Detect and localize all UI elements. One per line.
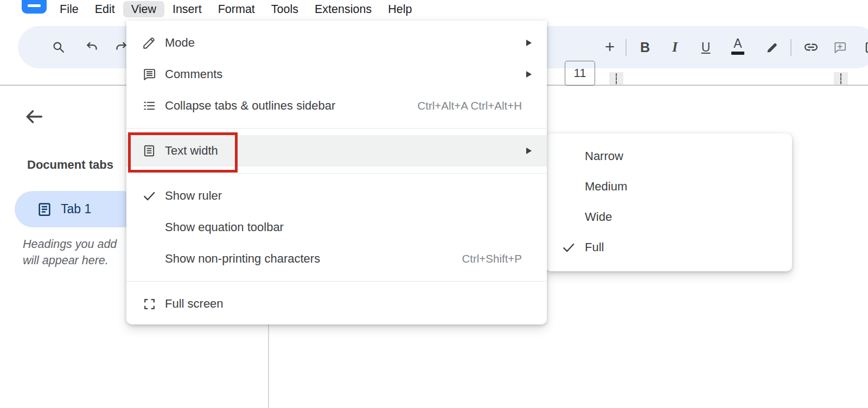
- menu-item-collapse-sidebar[interactable]: Collapse tabs & outlines sidebar Ctrl+Al…: [126, 90, 547, 122]
- submenu-arrow-icon: [526, 148, 532, 154]
- view-menu: Mode Comments Collapse tabs & outlines s…: [126, 21, 547, 324]
- tab-1-item[interactable]: Tab 1: [15, 191, 141, 227]
- italic-icon: I: [672, 39, 678, 55]
- pencil-icon: [140, 36, 158, 50]
- menu-item-mode[interactable]: Mode: [126, 27, 547, 59]
- ruler-indent-marker[interactable]: [834, 72, 848, 85]
- check-icon: [140, 189, 158, 203]
- submenu-item-wide[interactable]: Wide: [545, 202, 792, 232]
- headings-hint: Headings you add will appear here.: [23, 237, 117, 269]
- highlight-color-icon[interactable]: [762, 36, 783, 58]
- full-screen-icon: [140, 297, 158, 311]
- ruler-indent-marker[interactable]: [609, 72, 623, 85]
- text-color-bar: [731, 52, 744, 55]
- increase-font-size-button[interactable]: +: [599, 36, 621, 58]
- google-docs-window: File Edit View Insert Format Tools Exten…: [0, 0, 868, 408]
- docs-logo-bar: [28, 4, 41, 7]
- underline-icon: U: [701, 40, 711, 55]
- submenu-arrow-icon: [526, 71, 532, 78]
- page-edge-line: [268, 324, 269, 408]
- comments-icon: [140, 67, 158, 81]
- text-width-icon: [140, 144, 158, 158]
- menubar-items: File Edit View Insert Format Tools Exten…: [52, 0, 420, 18]
- tab-1-label: Tab 1: [61, 202, 91, 216]
- menu-help[interactable]: Help: [380, 1, 420, 17]
- menu-item-show-non-printing-characters[interactable]: Show non-printing characters Ctrl+Shift+…: [126, 243, 547, 275]
- text-color-icon: A: [733, 37, 742, 50]
- menu-divider: [126, 173, 547, 174]
- insert-link-icon[interactable]: [800, 36, 822, 58]
- list-icon: [140, 99, 158, 113]
- submenu-arrow-icon: [526, 40, 532, 46]
- menu-item-text-width[interactable]: Text width: [126, 135, 547, 167]
- submenu-item-medium[interactable]: Medium: [545, 171, 792, 202]
- plus-icon: +: [605, 37, 615, 57]
- search-icon[interactable]: [48, 36, 69, 58]
- insert-image-icon[interactable]: [860, 36, 868, 58]
- menu-view[interactable]: View: [123, 1, 164, 17]
- undo-icon[interactable]: [81, 36, 103, 58]
- menu-item-show-ruler[interactable]: Show ruler: [126, 180, 547, 212]
- menu-tools[interactable]: Tools: [263, 1, 307, 17]
- shortcut-label: Ctrl+Shift+P: [462, 252, 522, 265]
- menu-extensions[interactable]: Extensions: [307, 1, 380, 17]
- italic-button[interactable]: I: [664, 36, 686, 58]
- menubar: File Edit View Insert Format Tools Exten…: [0, 0, 868, 18]
- bold-button[interactable]: B: [634, 36, 656, 58]
- menu-insert[interactable]: Insert: [164, 1, 210, 17]
- add-comment-icon[interactable]: [829, 36, 851, 58]
- document-icon: [36, 201, 53, 218]
- menu-divider: [126, 281, 547, 282]
- submenu-item-full[interactable]: Full: [545, 232, 792, 263]
- bold-icon: B: [640, 40, 650, 55]
- menu-file[interactable]: File: [52, 1, 87, 17]
- shortcut-label: Ctrl+Alt+A Ctrl+Alt+H: [417, 99, 522, 112]
- document-tabs-title: Document tabs: [27, 158, 113, 172]
- text-color-button[interactable]: A: [727, 35, 749, 57]
- submenu-item-narrow[interactable]: Narrow: [545, 141, 792, 171]
- font-size-input[interactable]: 11: [565, 61, 595, 86]
- menu-divider: [126, 128, 547, 129]
- menu-item-comments[interactable]: Comments: [126, 59, 547, 90]
- back-arrow-icon[interactable]: [23, 105, 46, 128]
- toolbar-divider: [626, 39, 627, 56]
- underline-button[interactable]: U: [695, 36, 717, 58]
- menu-edit[interactable]: Edit: [87, 1, 123, 17]
- check-icon: [561, 240, 585, 254]
- text-width-submenu: Narrow Medium Wide Full: [545, 133, 792, 271]
- menu-item-show-equation-toolbar[interactable]: Show equation toolbar: [126, 212, 547, 243]
- menu-item-full-screen[interactable]: Full screen: [126, 288, 547, 320]
- docs-logo-icon[interactable]: [22, 0, 47, 14]
- toolbar-divider: [790, 39, 792, 56]
- menu-format[interactable]: Format: [210, 1, 263, 17]
